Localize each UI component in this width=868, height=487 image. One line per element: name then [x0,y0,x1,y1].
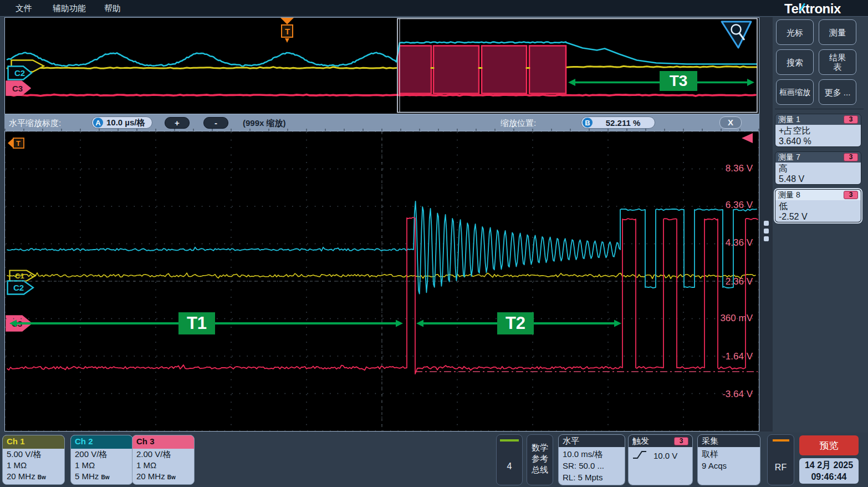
horizontal-scale: 10.0 ms/格 [563,448,621,460]
measurement-badge-1[interactable]: 测量 1 3 +占空比 3.640 % [775,114,861,147]
bw-tag: Bw [167,474,176,480]
trigger-badge[interactable]: 触发 3 10.0 V [628,434,693,485]
horizontal-badge[interactable]: 水平 10.0 ms/格 SR: 50.0 ... RL: 5 Mpts [558,434,625,485]
overview-c2-tag[interactable]: C2 [7,65,33,80]
axis-label-6: -1.64 V [703,351,753,362]
horizontal-sample-rate: SR: 50.0 ... [563,460,621,471]
svg-text:T: T [285,27,290,36]
trigger-title: 触发 [632,436,649,447]
bottom-status-bar: Ch 1 5.00 V/格 1 MΩ 20 MHz Bw Ch 2 200 V/… [0,433,868,487]
panel-splitter[interactable] [760,17,773,432]
overview-waveform-panel[interactable]: C2 C3 T T3 [4,17,759,114]
measurement-value: 3.640 % [779,136,857,146]
zoom-magnifier-icon[interactable] [719,20,754,50]
channel-bandwidth: 5 MHz Bw [71,471,132,483]
bus-label: 总线 [527,464,553,475]
zoom-scale-control[interactable]: A 10.0 µs/格 [91,116,152,129]
acquisition-title: 采集 [702,436,718,447]
acquisition-badge[interactable]: 采集 取样 9 Acqs [697,434,760,485]
draw-a-box-button[interactable]: 框画缩放 [776,79,814,105]
measurement-badge-8[interactable]: 测量 8 3 低 -2.52 V [775,189,861,222]
main-waveform-panel[interactable]: C1 C2 C3 T 8.36 V 6.36 V 4.36 V 2.36 V 3… [4,131,759,432]
math-ref-bus-button[interactable]: 数学 参考 总线 [527,434,553,485]
measurement-name: 低 [779,201,857,211]
t3-annotation-label: T3 [660,71,697,91]
trigger-level: 10.0 V [653,450,677,461]
bw-tag: Bw [101,474,110,480]
zoom-scale-label: 水平缩放标度: [9,118,61,129]
menu-file[interactable]: 文件 [16,3,32,14]
channel-impedance: 1 MΩ [3,460,64,471]
measurement-title: 测量 7 [778,153,800,163]
axis-label-7: -3.64 V [703,389,753,400]
channel-3-badge[interactable]: Ch 3 2.00 V/格 1 MΩ 20 MHz Bw [132,435,195,485]
measure-button[interactable]: 测量 [819,19,856,45]
rising-edge-icon [632,450,647,460]
math-label: 数学 [527,442,553,453]
rf-label: RF [768,463,794,473]
splitter-handle-dot [764,221,769,226]
trigger-source-badge: 3 [674,437,688,445]
measurement-value: -2.52 V [779,211,857,222]
acquisition-mode: 取样 [702,448,756,460]
zoom-toolbar: 水平缩放标度: A 10.0 µs/格 + - (999x 缩放) 缩放位置: … [4,114,759,131]
horizontal-record-length: RL: 5 Mpts [563,471,621,483]
t2-annotation-label: T2 [497,312,534,334]
svg-text:C2: C2 [14,68,25,78]
channel-scale: 5.00 V/格 [3,449,64,460]
channel-bandwidth: 20 MHz Bw [3,471,64,483]
cursor-button[interactable]: 光标 [776,19,814,45]
zoom-position-control[interactable]: B 52.211 % [581,116,655,129]
main-graticule-waveforms [5,131,759,431]
axis-label-5: 360 mV [703,313,753,324]
measurement-name: +占空比 [779,125,857,136]
rf-color-bar [773,439,789,442]
search-button[interactable]: 搜索 [776,49,814,75]
channel-4-button[interactable]: 4 [496,434,523,485]
channel-2-badge[interactable]: Ch 2 200 V/格 1 MΩ 5 MHz Bw [70,435,133,485]
channel-impedance: 1 MΩ [132,460,194,471]
datetime-display: 14 2月 2025 09:46:44 [799,458,859,484]
bw-tag: Bw [38,474,46,480]
zoom-position-value: 52.211 % [606,118,641,128]
trigger-position-marker[interactable]: T [278,18,296,45]
more-button[interactable]: 更多 ... [819,79,856,105]
channel-bandwidth: 20 MHz Bw [132,471,194,483]
overview-waveforms [5,18,759,114]
t1-annotation-label: T1 [178,312,215,334]
measurement-value: 5.48 V [779,174,857,184]
menu-help[interactable]: 帮助 [104,3,121,14]
rf-button[interactable]: RF [767,434,794,485]
overview-c3-tag[interactable]: C3 [6,80,31,96]
measurement-source-badge: 3 [844,153,858,161]
channel-1-badge[interactable]: Ch 1 5.00 V/格 1 MΩ 20 MHz Bw [2,435,65,485]
axis-label-2: 6.36 V [703,200,753,211]
zoom-in-button[interactable]: + [165,117,190,129]
zoom-close-button[interactable]: X [719,116,742,129]
menu-bar: 文件 辅助功能 帮助 Tektronix [0,0,868,17]
menu-utility[interactable]: 辅助功能 [53,3,86,14]
splitter-handle-dot [764,229,769,234]
right-sidebar: 光标 测量 搜索 结果表 框画缩放 更多 ... 测量 1 3 +占空比 3.6… [773,17,868,432]
channel-4-label: 4 [497,461,522,471]
zoom-position-label: 缩放位置: [501,118,536,129]
acquisition-count: 9 Acqs [702,460,756,471]
channel-impedance: 1 MΩ [71,460,132,471]
channel-scale: 200 V/格 [71,449,132,460]
axis-label-4: 2.36 V [703,276,753,287]
zoom-factor-readout: (999x 缩放) [243,118,286,129]
zoom-out-button[interactable]: - [203,117,228,129]
logo-k-slash: k [798,1,805,16]
channel-3-header: Ch 3 [132,435,194,449]
logo-text-post: tronix [805,1,841,16]
measurement-badge-7[interactable]: 测量 7 3 高 5.48 V [775,151,861,185]
knob-b-badge: B [583,118,593,128]
results-table-button[interactable]: 结果表 [819,49,856,75]
measurement-source-badge: 3 [844,191,858,199]
svg-text:C3: C3 [12,84,23,93]
preview-button[interactable]: 预览 [799,435,859,455]
tektronix-logo: Tektronix [784,1,841,17]
splitter-handle-dot [764,236,769,241]
axis-label-3: 4.36 V [703,237,753,248]
channel-2-header: Ch 2 [71,435,132,449]
